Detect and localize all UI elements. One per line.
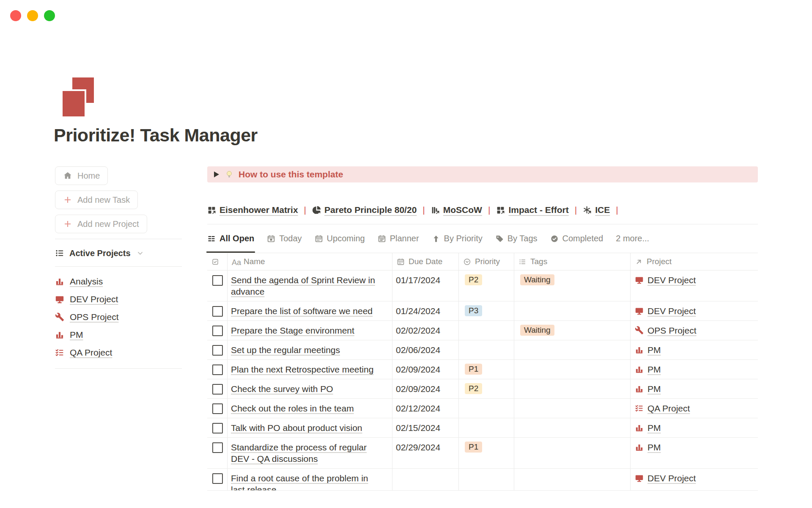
task-name-cell[interactable]: Prepare the list of software we need xyxy=(227,301,392,320)
task-name-link[interactable]: Talk with PO about product vision xyxy=(231,423,362,433)
project-link[interactable]: DEV Project xyxy=(647,305,696,317)
task-project-cell[interactable]: DEV Project xyxy=(630,469,758,491)
task-tags-cell[interactable]: Waiting xyxy=(514,271,630,301)
task-due-date-cell[interactable]: 02/09/2024 xyxy=(392,379,458,398)
task-name-link[interactable]: Prepare the Stage environment xyxy=(231,326,354,335)
task-name-link[interactable]: Set up the regular meetings xyxy=(231,345,340,355)
task-priority-cell[interactable] xyxy=(458,399,514,418)
tab-by-tags[interactable]: By Tags xyxy=(495,224,538,253)
task-project-cell[interactable]: DEV Project xyxy=(630,271,758,301)
task-name-cell[interactable]: Send the agenda of Sprint Review in adva… xyxy=(227,271,392,301)
task-checkbox[interactable] xyxy=(212,473,223,484)
project-link[interactable]: PM xyxy=(647,422,661,433)
task-checkbox[interactable] xyxy=(212,364,223,375)
sidebar-project-link[interactable]: Analysis xyxy=(55,273,182,290)
task-due-date-cell[interactable]: 02/12/2024 xyxy=(392,399,458,418)
column-header-checkbox[interactable] xyxy=(207,253,227,270)
task-tags-cell[interactable] xyxy=(514,301,630,320)
task-project-cell[interactable]: OPS Project xyxy=(630,321,758,340)
task-checkbox[interactable] xyxy=(212,442,223,453)
task-priority-cell[interactable]: P2 xyxy=(458,271,514,301)
home-button[interactable]: Home xyxy=(55,166,108,185)
task-tags-cell[interactable]: Waiting xyxy=(514,321,630,340)
task-name-link[interactable]: Prepare the list of software we need xyxy=(231,306,373,316)
task-priority-cell[interactable]: P1 xyxy=(458,438,514,468)
task-due-date-cell[interactable]: 02/02/2024 xyxy=(392,321,458,340)
task-tags-cell[interactable] xyxy=(514,340,630,359)
sidebar-project-link[interactable]: DEV Project xyxy=(55,290,182,308)
more-tabs-button[interactable]: 2 more... xyxy=(616,234,649,243)
task-priority-cell[interactable] xyxy=(458,418,514,437)
project-link[interactable]: PM xyxy=(647,442,661,453)
add-new-task-button[interactable]: Add new Task xyxy=(55,190,138,209)
column-header-name[interactable]: Aa Name xyxy=(227,253,392,270)
project-link[interactable]: OPS Project xyxy=(647,325,697,336)
task-tags-cell[interactable] xyxy=(514,469,630,491)
task-name-cell[interactable]: Plan the next Retrospective meeting xyxy=(227,360,392,379)
task-due-date-cell[interactable]: 02/09/2024 xyxy=(392,360,458,379)
task-checkbox[interactable] xyxy=(212,345,223,356)
task-due-date-cell[interactable]: 01/17/2024 xyxy=(392,271,458,301)
task-priority-cell[interactable] xyxy=(458,340,514,359)
method-link[interactable]: ICE xyxy=(583,205,610,215)
task-name-link[interactable]: Standardize the process of regular DEV -… xyxy=(231,442,367,464)
task-tags-cell[interactable] xyxy=(514,399,630,418)
active-projects-toggle[interactable]: Active Projects xyxy=(55,243,182,263)
task-name-cell[interactable]: Set up the regular meetings xyxy=(227,340,392,359)
task-name-cell[interactable]: Check the survey with PO xyxy=(227,379,392,398)
tab-today[interactable]: Today xyxy=(267,224,302,253)
task-project-cell[interactable]: PM xyxy=(630,438,758,468)
how-to-use-callout[interactable]: How to use this template xyxy=(207,166,758,182)
task-name-cell[interactable]: Find a root cause of the problem in last… xyxy=(227,469,392,491)
toggle-triangle-icon[interactable] xyxy=(214,171,219,177)
task-checkbox[interactable] xyxy=(212,384,223,395)
task-due-date-cell[interactable] xyxy=(392,469,458,491)
task-priority-cell[interactable]: P2 xyxy=(458,379,514,398)
task-project-cell[interactable]: PM xyxy=(630,418,758,437)
method-link[interactable]: Pareto Principle 80/20 xyxy=(312,205,417,215)
task-due-date-cell[interactable]: 02/06/2024 xyxy=(392,340,458,359)
sidebar-project-link[interactable]: OPS Project xyxy=(55,308,182,326)
task-project-cell[interactable]: QA Project xyxy=(630,399,758,418)
task-due-date-cell[interactable]: 02/15/2024 xyxy=(392,418,458,437)
task-name-cell[interactable]: Talk with PO about product vision xyxy=(227,418,392,437)
task-priority-cell[interactable] xyxy=(458,321,514,340)
task-priority-cell[interactable]: P1 xyxy=(458,360,514,379)
task-project-cell[interactable]: PM xyxy=(630,340,758,359)
project-link[interactable]: DEV Project xyxy=(647,472,696,484)
task-checkbox[interactable] xyxy=(212,326,223,336)
zoom-window-button[interactable] xyxy=(44,10,55,21)
column-header-priority[interactable]: Priority xyxy=(458,253,514,270)
task-due-date-cell[interactable]: 02/29/2024 xyxy=(392,438,458,468)
task-project-cell[interactable]: PM xyxy=(630,379,758,398)
column-header-due-date[interactable]: Due Date xyxy=(392,253,458,270)
column-header-tags[interactable]: Tags xyxy=(514,253,630,270)
project-link[interactable]: DEV Project xyxy=(647,274,696,286)
task-tags-cell[interactable] xyxy=(514,360,630,379)
tab-all-open[interactable]: All Open xyxy=(207,224,254,253)
project-link[interactable]: PM xyxy=(647,364,661,375)
method-link[interactable]: Eisenhower Matrix xyxy=(207,205,298,215)
task-name-link[interactable]: Find a root cause of the problem in last… xyxy=(231,473,368,491)
project-link[interactable]: PM xyxy=(647,344,661,356)
method-link[interactable]: MoSCoW xyxy=(431,205,482,215)
minimize-window-button[interactable] xyxy=(27,10,38,21)
tab-completed[interactable]: Completed xyxy=(550,224,604,253)
task-name-cell[interactable]: Prepare the Stage environment xyxy=(227,321,392,340)
close-window-button[interactable] xyxy=(10,10,21,21)
tab-planner[interactable]: Planner xyxy=(378,224,419,253)
method-link[interactable]: Impact - Effort xyxy=(496,205,568,215)
task-tags-cell[interactable] xyxy=(514,438,630,468)
task-tags-cell[interactable] xyxy=(514,418,630,437)
task-project-cell[interactable]: PM xyxy=(630,360,758,379)
task-priority-cell[interactable]: P3 xyxy=(458,301,514,320)
task-name-cell[interactable]: Check out the roles in the team xyxy=(227,399,392,418)
task-checkbox[interactable] xyxy=(212,306,223,317)
task-checkbox[interactable] xyxy=(212,275,223,286)
task-priority-cell[interactable] xyxy=(458,469,514,491)
task-name-link[interactable]: Send the agenda of Sprint Review in adva… xyxy=(231,275,375,296)
project-link[interactable]: QA Project xyxy=(647,403,690,414)
task-project-cell[interactable]: DEV Project xyxy=(630,301,758,320)
column-header-project[interactable]: Project xyxy=(630,253,758,270)
task-checkbox[interactable] xyxy=(212,403,223,414)
